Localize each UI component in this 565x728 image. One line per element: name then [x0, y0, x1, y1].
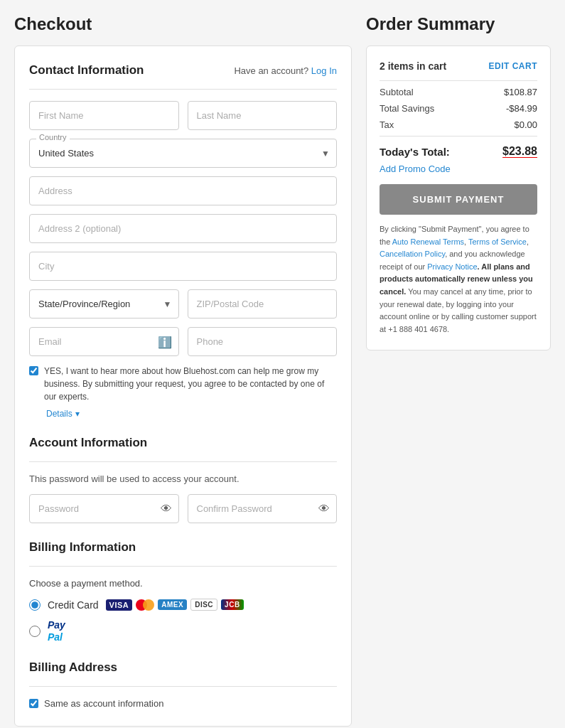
same-address-checkbox[interactable] — [29, 699, 38, 708]
phone-input[interactable] — [188, 327, 338, 356]
visa-icon: VISA — [106, 599, 133, 611]
login-link[interactable]: Log In — [311, 65, 337, 76]
amex-icon: AMEX — [158, 599, 187, 610]
credit-card-label: Credit Card — [48, 599, 99, 611]
marketing-checkbox[interactable] — [29, 366, 38, 375]
tax-value: $0.00 — [514, 119, 537, 130]
eye-hide-icon-confirm[interactable]: 👁 — [318, 503, 330, 515]
password-hint: This password will be used to access you… — [29, 473, 337, 484]
country-row: Country United States ▼ — [29, 139, 337, 168]
billing-address-title: Billing Address — [29, 660, 117, 675]
edit-cart-button[interactable]: EDIT CART — [489, 61, 538, 71]
subtotal-row: Subtotal $108.87 — [380, 87, 537, 97]
address-row — [29, 176, 337, 205]
total-label: Today's Total: — [380, 146, 450, 158]
jcb-icon: JCB — [221, 599, 244, 610]
billing-address-header: Billing Address — [29, 660, 337, 675]
address-input[interactable] — [29, 176, 337, 205]
page-title: Checkout — [14, 14, 352, 34]
zip-input[interactable] — [188, 289, 338, 318]
name-row — [29, 101, 337, 130]
city-input[interactable] — [29, 252, 337, 281]
email-input[interactable] — [29, 327, 179, 356]
account-section: Account Information This password will b… — [29, 436, 337, 523]
country-select[interactable]: United States — [29, 139, 337, 168]
contact-section-header: Contact Information Have an account? Log… — [29, 63, 337, 77]
terms-text: By clicking "Submit Payment", you agree … — [380, 223, 537, 336]
tos-link[interactable]: Terms of Service — [468, 237, 527, 246]
savings-row: Total Savings -$84.99 — [380, 103, 537, 114]
promo-code-link[interactable]: Add Promo Code — [380, 164, 537, 174]
last-name-input[interactable] — [188, 101, 338, 130]
address-group — [29, 176, 337, 205]
paypal-radio[interactable] — [29, 626, 41, 637]
cancellation-link[interactable]: Cancellation Policy — [380, 250, 445, 258]
paypal-radio-row: Pay Pal — [29, 619, 337, 643]
state-select[interactable]: State/Province/Region — [29, 289, 179, 318]
billing-address-divider — [29, 686, 337, 687]
right-column: Order Summary 2 items in cart EDIT CART … — [366, 14, 551, 727]
first-name-group — [29, 101, 179, 130]
contact-section-title: Contact Information — [29, 63, 144, 77]
subtotal-value: $108.87 — [504, 87, 537, 97]
marketing-checkbox-row: YES, I want to hear more about how Blueh… — [29, 365, 337, 403]
info-icon: ℹ️ — [158, 335, 172, 348]
confirm-password-group: 👁 — [188, 494, 338, 523]
phone-group — [188, 327, 338, 356]
country-select-wrapper: United States ▼ — [29, 139, 337, 168]
account-section-title: Account Information — [29, 436, 147, 450]
city-group — [29, 252, 337, 281]
left-column: Checkout Contact Information Have an acc… — [14, 14, 352, 727]
password-group: 👁 — [29, 494, 179, 523]
auto-renewal-link[interactable]: Auto Renewal Terms — [392, 237, 464, 246]
state-group: State/Province/Region ▼ — [29, 289, 179, 318]
password-row: 👁 👁 — [29, 494, 337, 523]
first-name-input[interactable] — [29, 101, 179, 130]
email-phone-row: ℹ️ — [29, 327, 337, 356]
items-in-cart: 2 items in cart — [380, 60, 446, 72]
order-top-row: 2 items in cart EDIT CART — [380, 60, 537, 72]
order-summary-card: 2 items in cart EDIT CART Subtotal $108.… — [366, 46, 551, 350]
same-address-label: Same as account information — [44, 698, 163, 709]
country-group: Country United States ▼ — [29, 139, 337, 168]
submit-payment-button[interactable]: SUBMIT PAYMENT — [380, 184, 537, 215]
mastercard-icon — [136, 599, 154, 611]
eye-hide-icon[interactable]: 👁 — [161, 503, 172, 515]
billing-section: Billing Information Choose a payment met… — [29, 540, 337, 643]
account-section-header: Account Information — [29, 436, 337, 450]
billing-divider — [29, 566, 337, 567]
billing-same-row: Same as account information — [29, 698, 337, 709]
address2-input[interactable] — [29, 214, 337, 243]
tax-row: Tax $0.00 — [380, 119, 537, 130]
credit-card-radio[interactable] — [29, 599, 41, 611]
savings-label: Total Savings — [380, 103, 434, 114]
discover-icon: DISC — [190, 599, 217, 611]
privacy-link[interactable]: Privacy Notice — [427, 262, 477, 271]
details-link[interactable]: Details ▾ — [46, 409, 80, 419]
email-icon-wrapper: ℹ️ — [29, 327, 179, 356]
credit-card-radio-row: Credit Card VISA AMEX DISC JCB — [29, 599, 337, 611]
billing-section-header: Billing Information — [29, 540, 337, 555]
order-mid-divider — [380, 136, 537, 136]
chevron-down-icon: ▾ — [75, 409, 80, 419]
have-account-text: Have an account? Log In — [234, 65, 337, 76]
confirm-password-input[interactable] — [188, 494, 338, 523]
card-icons: VISA AMEX DISC JCB — [106, 599, 244, 611]
contact-divider — [29, 89, 337, 90]
savings-value: -$84.99 — [506, 103, 537, 114]
city-row — [29, 252, 337, 281]
paypal-logo: Pay Pal — [48, 619, 65, 643]
billing-section-title: Billing Information — [29, 540, 136, 555]
password-input[interactable] — [29, 494, 179, 523]
address2-row — [29, 214, 337, 243]
state-zip-row: State/Province/Region ▼ — [29, 289, 337, 318]
subtotal-label: Subtotal — [380, 87, 414, 97]
password-icon-wrapper: 👁 — [29, 494, 179, 523]
tax-label: Tax — [380, 119, 394, 130]
email-group: ℹ️ — [29, 327, 179, 356]
account-divider — [29, 461, 337, 462]
billing-address-section: Billing Address Same as account informat… — [29, 660, 337, 709]
confirm-icon-wrapper: 👁 — [188, 494, 338, 523]
payment-method-label: Choose a payment method. — [29, 578, 337, 589]
total-value: $23.88 — [502, 145, 537, 158]
